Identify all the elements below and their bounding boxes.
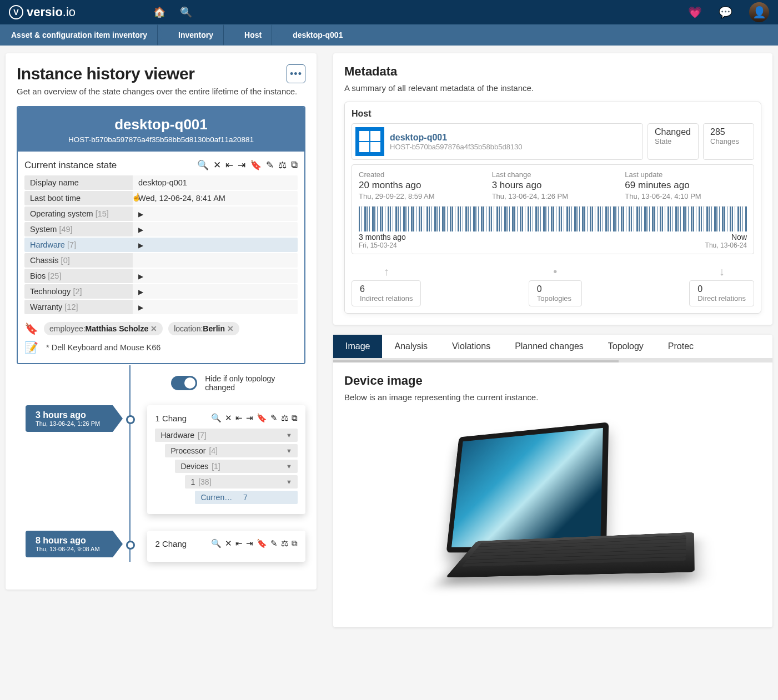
crumb-3[interactable]: desktop-q001: [276, 24, 357, 46]
indirect-relations[interactable]: ↑ 6Indirect relations: [352, 265, 421, 306]
shuffle-icon[interactable]: ✕: [225, 538, 232, 548]
tree-row[interactable]: Hardware [7]▼: [155, 429, 298, 442]
balance-icon[interactable]: ⚖: [281, 413, 288, 423]
copy-icon[interactable]: ⧉: [291, 159, 298, 171]
tab-planned[interactable]: Planned changes: [503, 335, 596, 358]
tree-row[interactable]: 1 [38]▼: [185, 475, 298, 489]
balance-icon[interactable]: ⚖: [281, 538, 288, 548]
prop-row[interactable]: Last boot timeWed, 12-06-24, 8:41 AM: [24, 191, 298, 205]
instance-name: desktop-q001: [23, 116, 299, 133]
arrow-down-icon: ↓: [689, 265, 754, 278]
chat-icon[interactable]: 💬: [719, 6, 732, 19]
instance-card: desktop-q001 HOST-b570ba597876a4f35b58bb…: [17, 106, 305, 364]
logo[interactable]: V versio.io: [9, 5, 76, 19]
host-tile[interactable]: desktop-q001 HOST-b570ba597876a4f35b58bb…: [352, 123, 643, 160]
logo-text-bold: versio: [27, 5, 63, 19]
time-lastupdate: Last update 69 minutes ago Thu, 13-06-24…: [625, 170, 747, 200]
more-button[interactable]: •••: [287, 64, 305, 83]
changes-tile[interactable]: 285 Changes: [703, 123, 754, 160]
device-image: [344, 411, 761, 616]
bookmark-icon[interactable]: 🔖: [250, 159, 262, 171]
device-image-title: Device image: [344, 374, 761, 388]
avatar[interactable]: 👤: [749, 2, 769, 22]
shuffle-icon[interactable]: ✕: [225, 413, 232, 423]
host-id: HOST-b570ba597876a4f35b58bb5d8130: [390, 143, 523, 151]
crumb-0[interactable]: Asset & configuration item inventory: [0, 24, 162, 46]
tabs-scrollbar[interactable]: [333, 360, 772, 362]
topology-toggle[interactable]: [171, 376, 197, 390]
tree-row[interactable]: Curren… 7: [195, 491, 298, 504]
indent-right-icon[interactable]: ⇥: [238, 159, 245, 171]
bookmark-outline-icon[interactable]: 🔖: [24, 322, 38, 335]
metadata-card: Metadata A summary of all relevant metad…: [333, 53, 772, 325]
edit-icon[interactable]: ✎: [270, 413, 278, 423]
instance-id: HOST-b570ba597876a4f35b58bb5d8130b0af11a…: [23, 135, 299, 144]
tag-remove-icon[interactable]: ✕: [227, 324, 234, 333]
tab-topology[interactable]: Topology: [596, 335, 656, 358]
topologies[interactable]: • 0Topologies: [529, 265, 582, 306]
state-title: Current instance state: [24, 160, 117, 171]
prop-row[interactable]: Operating system [15]▶: [24, 207, 298, 221]
timeline-node-icon: [126, 415, 135, 424]
search-icon[interactable]: 🔍: [211, 413, 222, 423]
tab-protec[interactable]: Protec: [656, 335, 706, 358]
prop-row[interactable]: Warranty [12]▶: [24, 300, 298, 314]
tree-row[interactable]: Devices [1]▼: [175, 460, 298, 473]
copy-icon[interactable]: ⧉: [292, 538, 298, 548]
tree-row[interactable]: Processor [4]▼: [165, 444, 298, 457]
crumb-2[interactable]: Host: [228, 24, 276, 46]
tag-location[interactable]: location:Berlin✕: [168, 322, 239, 335]
bookmark-icon[interactable]: 🔖: [257, 413, 267, 423]
timeline-item: 3 hours ago Thu, 13-06-24, 1:26 PM 1 Cha…: [17, 405, 305, 514]
change-barcode[interactable]: [359, 206, 747, 231]
tab-violations[interactable]: Violations: [440, 335, 503, 358]
change-title: 1 Chang: [155, 414, 187, 423]
windows-icon: [355, 127, 384, 156]
timeline-item: 8 hours ago Thu, 13-06-24, 9:08 AM 2 Cha…: [17, 531, 305, 562]
change-title: 2 Chang: [155, 539, 187, 548]
search-icon[interactable]: 🔍: [211, 538, 222, 548]
prop-row[interactable]: Bios [25]▶: [24, 269, 298, 283]
prop-row[interactable]: System [49]▶: [24, 222, 298, 236]
search-icon[interactable]: 🔍: [197, 159, 209, 171]
home-icon[interactable]: 🏠: [153, 6, 165, 18]
balance-icon[interactable]: ⚖: [278, 159, 287, 171]
dot-icon: •: [529, 265, 582, 278]
indent-left-icon[interactable]: ⇤: [235, 538, 243, 548]
note-edit-icon[interactable]: 📝: [24, 341, 38, 354]
edit-icon[interactable]: ✎: [270, 538, 278, 548]
prop-row[interactable]: Display namedesktop-q001: [24, 175, 298, 190]
copy-icon[interactable]: ⧉: [292, 413, 298, 423]
prop-row[interactable]: Chassis [0]: [24, 253, 298, 268]
change-card: 2 Chang 🔍 ✕ ⇤ ⇥ 🔖 ✎ ⚖ ⧉: [147, 531, 305, 562]
timeline-flag[interactable]: 3 hours ago Thu, 13-06-24, 1:26 PM: [26, 405, 113, 432]
instance-note: * Dell Keyboard and Mouse K66: [46, 343, 160, 352]
tag-remove-icon[interactable]: ✕: [150, 324, 157, 333]
chevron-down-icon: ▼: [286, 463, 292, 470]
shuffle-icon[interactable]: ✕: [213, 159, 221, 171]
topbar: V versio.io 🏠 🔍 💗 💬 👤: [0, 0, 778, 24]
bookmark-icon[interactable]: 🔖: [257, 538, 267, 548]
page-title: Instance history viewer: [17, 64, 305, 83]
edit-icon[interactable]: ✎: [266, 159, 274, 171]
direct-relations[interactable]: ↓ 0Direct relations: [689, 265, 754, 306]
chevron-right-icon: ▶: [138, 304, 143, 311]
chevron-right-icon: ▶: [138, 210, 143, 218]
host-name: desktop-q001: [390, 133, 523, 143]
tag-employee[interactable]: employee:Matthias Scholze✕: [44, 322, 163, 335]
tab-image[interactable]: Image: [333, 335, 382, 358]
prop-row[interactable]: Technology [2]▶: [24, 284, 298, 299]
search-icon[interactable]: 🔍: [180, 6, 192, 18]
indent-left-icon[interactable]: ⇤: [235, 413, 243, 423]
chevron-right-icon: ▶: [138, 226, 143, 234]
indent-right-icon[interactable]: ⇥: [246, 538, 253, 548]
indent-left-icon[interactable]: ⇤: [225, 159, 233, 171]
state-tile[interactable]: Changed State: [648, 123, 699, 160]
timeline-flag[interactable]: 8 hours ago Thu, 13-06-24, 9:08 AM: [26, 531, 113, 557]
health-icon[interactable]: 💗: [688, 6, 702, 19]
chevron-down-icon: ▼: [286, 432, 292, 439]
indent-right-icon[interactable]: ⇥: [246, 413, 253, 423]
crumb-1[interactable]: Inventory: [162, 24, 228, 46]
tab-analysis[interactable]: Analysis: [382, 335, 440, 358]
prop-row[interactable]: Hardware [7]▶: [24, 238, 298, 252]
